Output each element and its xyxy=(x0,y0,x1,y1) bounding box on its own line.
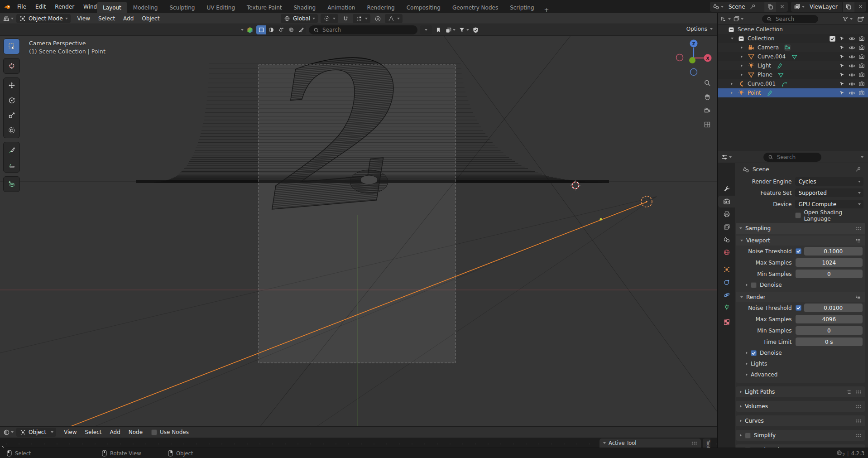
tab-compositing[interactable]: Compositing xyxy=(401,2,446,13)
properties-tab-tool[interactable] xyxy=(718,183,735,195)
tool-cursor[interactable] xyxy=(4,58,19,73)
collapsed-subpanel-advanced[interactable]: Advanced xyxy=(736,369,865,380)
node-menu-select[interactable]: Select xyxy=(81,427,106,438)
bookmark-icon[interactable] xyxy=(435,26,442,34)
panel-drag-handle[interactable] xyxy=(856,434,862,438)
pivot-selector[interactable] xyxy=(321,14,338,23)
collapsed-subpanel[interactable]: Denoise xyxy=(736,347,865,358)
viewport-menu-view[interactable]: View xyxy=(73,13,94,24)
pin-icon[interactable] xyxy=(854,166,862,173)
navigation-gizmo[interactable]: X Z xyxy=(666,36,717,79)
tool-add-cube[interactable] xyxy=(4,177,19,192)
collapsed-subpanel[interactable]: Denoise xyxy=(736,280,865,290)
tool-search-input[interactable] xyxy=(322,27,414,33)
outliner-row-curve-004[interactable]: Curve.004 xyxy=(718,52,868,61)
hide-viewport-icon[interactable] xyxy=(848,71,855,78)
viewport-menu-select[interactable]: Select xyxy=(94,13,119,24)
denoise-checkbox[interactable] xyxy=(751,282,757,288)
add-workspace-button[interactable]: + xyxy=(540,6,553,13)
outliner-search[interactable] xyxy=(762,15,818,23)
value-field[interactable]: 0.0100 xyxy=(804,304,863,312)
snap-toggle[interactable] xyxy=(341,14,350,23)
tab-animation[interactable]: Animation xyxy=(321,2,361,13)
properties-tab-physics[interactable] xyxy=(718,289,735,301)
outliner-row-camera[interactable]: Camera xyxy=(718,43,868,52)
viewport-menu-object[interactable]: Object xyxy=(138,13,163,24)
pan-hand-icon[interactable] xyxy=(703,92,712,101)
use-nodes-toggle[interactable]: Use Nodes xyxy=(151,429,189,435)
tab-uv-editing[interactable]: UV Editing xyxy=(201,2,241,13)
hide-render-icon[interactable] xyxy=(858,80,865,87)
outliner-row-scene-collection[interactable]: Scene Collection xyxy=(718,25,868,34)
selectable-icon[interactable] xyxy=(838,71,845,78)
scene-browse-button[interactable] xyxy=(710,2,726,12)
tool-select-box[interactable] xyxy=(4,39,19,54)
hide-viewport-icon[interactable] xyxy=(848,62,855,69)
properties-tab-data[interactable] xyxy=(718,302,735,313)
tool-search[interactable] xyxy=(309,25,417,34)
use-nodes-checkbox[interactable] xyxy=(151,429,157,435)
menu-file[interactable]: File xyxy=(13,0,31,13)
hide-render-icon[interactable] xyxy=(858,53,865,60)
scene-unlink-button[interactable] xyxy=(776,2,788,12)
outliner-scope-dropdown[interactable] xyxy=(733,15,743,23)
preset-icon[interactable] xyxy=(854,237,862,244)
outliner-search-input[interactable] xyxy=(776,16,815,22)
display-mode-dropdown[interactable] xyxy=(445,26,456,34)
value-field[interactable]: 0.1000 xyxy=(804,247,863,256)
node-menu-node[interactable]: Node xyxy=(125,427,147,438)
tool-measure[interactable] xyxy=(4,157,19,172)
properties-tab-world[interactable] xyxy=(718,246,735,258)
camera-view-icon[interactable] xyxy=(703,106,712,115)
outliner-row-light[interactable]: Light xyxy=(718,61,868,70)
axis-neg-x[interactable] xyxy=(676,54,683,61)
blender-logo-icon[interactable] xyxy=(4,3,11,10)
noise-threshold-checkbox[interactable] xyxy=(796,305,801,311)
menu-edit[interactable]: Edit xyxy=(31,0,50,13)
outliner-display-mode[interactable] xyxy=(720,15,731,23)
properties-tab-render[interactable] xyxy=(718,196,735,207)
panel-light-paths[interactable]: Light Paths xyxy=(736,386,865,397)
pin-icon[interactable] xyxy=(749,3,756,10)
filter-shading-button[interactable] xyxy=(266,25,276,34)
hide-render-icon[interactable] xyxy=(858,71,865,78)
3d-viewport[interactable]: 2 Camera Perspective (1) Scene Collectio… xyxy=(0,36,717,426)
properties-tab-view-layer[interactable] xyxy=(718,221,735,233)
falloff-selector[interactable] xyxy=(385,14,403,23)
editor-type-button[interactable] xyxy=(2,14,14,23)
dropdown-field[interactable]: GPU Compute xyxy=(795,200,863,208)
tab-geometry-nodes[interactable]: Geometry Nodes xyxy=(446,2,504,13)
preset-icon[interactable] xyxy=(845,388,852,395)
panel-simplify[interactable]: Simplify xyxy=(736,430,865,441)
noise-threshold-checkbox[interactable] xyxy=(796,248,801,254)
panel-drag-handle[interactable] xyxy=(856,227,862,231)
panel-drag-handle[interactable] xyxy=(856,405,862,409)
expand-slot[interactable] xyxy=(741,73,746,76)
collapsed-subpanel-lights[interactable]: Lights xyxy=(736,358,865,369)
viewlayer-name[interactable]: ViewLayer xyxy=(807,4,842,10)
hide-viewport-icon[interactable] xyxy=(848,80,855,87)
hide-render-icon[interactable] xyxy=(858,35,865,42)
scene-copy-button[interactable] xyxy=(764,2,776,12)
orientation-selector[interactable]: Global xyxy=(281,14,318,23)
panel-checkbox[interactable] xyxy=(745,433,751,439)
viewlayer-copy-button[interactable] xyxy=(842,2,854,12)
value-field[interactable]: 1024 xyxy=(796,258,863,267)
expand-slot[interactable] xyxy=(731,82,736,85)
tab-modeling[interactable]: Modeling xyxy=(127,2,164,13)
expand-slot[interactable] xyxy=(741,46,746,49)
options-dropdown[interactable]: Options xyxy=(686,26,713,32)
properties-tab-scene[interactable] xyxy=(718,234,735,246)
ortho-toggle-icon[interactable] xyxy=(703,120,712,129)
tab-layout[interactable]: Layout xyxy=(97,2,127,13)
hide-viewport-icon[interactable] xyxy=(848,44,855,51)
tool-rotate[interactable] xyxy=(4,93,19,108)
panel-drag-handle[interactable] xyxy=(856,390,862,394)
catalog-dropdown[interactable] xyxy=(420,25,432,34)
denoise-checkbox[interactable] xyxy=(751,350,757,356)
hide-render-icon[interactable] xyxy=(858,44,865,51)
filter-select-button[interactable] xyxy=(256,25,266,34)
shading-type-selector[interactable]: Object xyxy=(16,428,56,437)
viewlayer-browse-button[interactable] xyxy=(791,2,807,12)
panel-drag-handle[interactable] xyxy=(856,419,862,423)
